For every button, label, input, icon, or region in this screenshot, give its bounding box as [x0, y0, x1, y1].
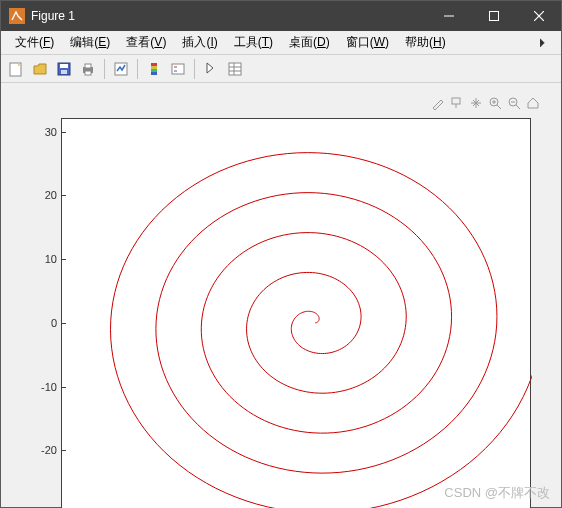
y-tick-label: 30 [22, 126, 57, 138]
svg-line-27 [497, 105, 501, 109]
matlab-logo-icon [9, 8, 25, 24]
maximize-button[interactable] [471, 1, 516, 31]
svg-rect-13 [151, 63, 157, 66]
menu-edit[interactable]: 编辑(E) [62, 32, 118, 53]
svg-rect-11 [85, 71, 91, 75]
menu-desktop[interactable]: 桌面(D) [281, 32, 338, 53]
home-icon[interactable] [525, 95, 541, 111]
axes-toolbar [430, 95, 541, 111]
legend-button[interactable] [167, 58, 189, 80]
menubar: 文件(F) 编辑(E) 查看(V) 插入(I) 工具(T) 桌面(D) 窗口(W… [1, 31, 561, 55]
save-button[interactable] [53, 58, 75, 80]
svg-rect-2 [489, 12, 498, 21]
y-tick-label: 10 [22, 253, 57, 265]
svg-rect-17 [172, 64, 184, 74]
close-button[interactable] [516, 1, 561, 31]
toolbar-divider [194, 59, 195, 79]
menu-help[interactable]: 帮助(H) [397, 32, 454, 53]
toolbar-divider [104, 59, 105, 79]
svg-rect-8 [61, 70, 67, 74]
menu-window[interactable]: 窗口(W) [338, 32, 397, 53]
svg-rect-7 [60, 64, 68, 68]
titlebar: Figure 1 [1, 1, 561, 31]
svg-rect-24 [452, 98, 460, 104]
new-figure-button[interactable] [5, 58, 27, 80]
svg-rect-16 [151, 72, 157, 75]
y-tick-label: -10 [22, 381, 57, 393]
toolbar [1, 55, 561, 83]
toolbar-divider [137, 59, 138, 79]
zoom-out-icon[interactable] [506, 95, 522, 111]
plot-area: -30-20-1001020 -20-100102030 [1, 83, 561, 507]
print-button[interactable] [77, 58, 99, 80]
menu-file[interactable]: 文件(F) [7, 32, 62, 53]
figure-window: Figure 1 文件(F) 编辑(E) 查看(V) 插入(I) 工具(T) 桌… [0, 0, 562, 508]
menu-insert[interactable]: 插入(I) [174, 32, 225, 53]
spiral-line [62, 119, 532, 508]
menu-more-icon[interactable]: 🞂 [531, 36, 555, 50]
zoom-in-icon[interactable] [487, 95, 503, 111]
chart: -30-20-1001020 -20-100102030 [61, 118, 531, 508]
svg-rect-0 [9, 8, 25, 24]
datatip-icon[interactable] [449, 95, 465, 111]
y-tick-label: -20 [22, 444, 57, 456]
svg-rect-14 [151, 66, 157, 69]
svg-rect-20 [229, 63, 241, 75]
minimize-button[interactable] [426, 1, 471, 31]
window-title: Figure 1 [31, 9, 426, 23]
colorbar-button[interactable] [143, 58, 165, 80]
open-button[interactable] [29, 58, 51, 80]
property-inspector-button[interactable] [224, 58, 246, 80]
menu-tools[interactable]: 工具(T) [226, 32, 281, 53]
pan-icon[interactable] [468, 95, 484, 111]
menu-view[interactable]: 查看(V) [118, 32, 174, 53]
brush-icon[interactable] [430, 95, 446, 111]
link-data-button[interactable] [110, 58, 132, 80]
y-tick-label: 0 [22, 317, 57, 329]
axes-box[interactable]: -30-20-1001020 -20-100102030 [61, 118, 531, 508]
svg-line-31 [516, 105, 520, 109]
edit-plot-button[interactable] [200, 58, 222, 80]
svg-rect-15 [151, 69, 157, 72]
y-tick-label: 20 [22, 189, 57, 201]
svg-rect-10 [85, 64, 91, 68]
